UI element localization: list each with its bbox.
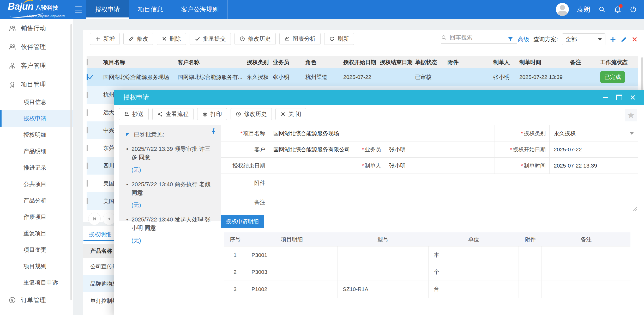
notification-bell-icon[interactable] xyxy=(614,5,622,13)
sidebar-item-duplicate-project[interactable]: 重复项目 xyxy=(0,225,73,242)
end-date-field[interactable] xyxy=(269,158,357,174)
column-header[interactable]: 单据状态 xyxy=(415,59,448,66)
column-header[interactable]: 角色 xyxy=(305,59,343,66)
print-button[interactable]: 打印 xyxy=(197,108,227,120)
sidebar-item-product-analysis[interactable]: 产品分析 xyxy=(0,192,73,209)
column-header[interactable]: 附件 xyxy=(448,59,493,66)
edit-button[interactable]: 修改 xyxy=(123,33,153,45)
attachment-field[interactable] xyxy=(269,174,638,192)
menu-icon[interactable] xyxy=(75,6,82,14)
sidebar-item-auth-request[interactable]: 授权申请 xyxy=(0,110,73,127)
sidebar-item-project-change[interactable]: 项目变更 xyxy=(0,242,73,258)
favorite-star-icon[interactable] xyxy=(625,109,637,121)
avatar[interactable] xyxy=(556,3,569,16)
sidebar-item-partner-mgmt[interactable]: 伙伴管理 xyxy=(0,38,73,56)
close-icon[interactable] xyxy=(629,94,636,101)
row-checkbox[interactable] xyxy=(87,145,88,151)
customer-field[interactable]: 国网湖北综合能源服务有限公司 xyxy=(269,141,357,158)
sidebar-item-sales-action[interactable]: 销售行动 xyxy=(0,19,73,38)
add-scheme-icon[interactable] xyxy=(610,36,616,43)
comment-attachment-link[interactable]: (无) xyxy=(131,201,141,209)
prev-page-button[interactable] xyxy=(103,213,115,225)
table-row-selected[interactable]: 国网湖北综合能源服务现场 国网湖北综合能源服务有... 永久授权 张小明 杭州渠… xyxy=(87,68,638,86)
column-header[interactable]: 备注 xyxy=(570,59,600,66)
top-nav-tabs: 授权申请 项目信息 客户公海规则 xyxy=(86,0,228,19)
sidebar-item-duplicate-appeal[interactable]: 重复项目申诉 xyxy=(0,274,73,291)
row-checkbox[interactable] xyxy=(87,198,88,204)
column-header[interactable]: 制单人 xyxy=(493,59,519,66)
column-header[interactable]: 工作流状态 xyxy=(600,59,638,66)
sidebar-item-product-detail[interactable]: 产品明细 xyxy=(0,143,73,159)
sidebar-scrollbar[interactable] xyxy=(70,24,72,300)
batch-submit-button[interactable]: 批量提交 xyxy=(190,33,231,45)
cc-button[interactable]: 抄送 xyxy=(119,108,149,120)
sidebar-item-project-mgmt[interactable]: 项目管理 xyxy=(0,75,73,94)
nav-tab-public-rules[interactable]: 客户公海规则 xyxy=(172,0,228,19)
row-checkbox[interactable] xyxy=(87,127,88,133)
detail-row[interactable]: 3 P1002 SZ10-R1A 台 xyxy=(224,281,630,298)
dialog-close-button[interactable]: 关 闭 xyxy=(275,108,306,120)
partners-icon xyxy=(8,43,16,51)
create-time-field[interactable]: 2025-07-22 13:39 xyxy=(550,158,638,174)
sidebar-item-voided-project[interactable]: 作废项目 xyxy=(0,209,73,225)
filter-funnel-icon[interactable] xyxy=(507,36,514,42)
detail-row[interactable]: 2 P3003 个 xyxy=(224,263,630,281)
row-checkbox[interactable] xyxy=(87,180,88,187)
column-header[interactable]: 授权类别 xyxy=(247,59,273,66)
chart-analysis-button[interactable]: 图表分析 xyxy=(279,33,321,45)
search-input[interactable] xyxy=(449,34,510,41)
tab-auth-request-detail[interactable]: 授权申请明细 xyxy=(221,215,264,228)
nav-tab-auth-request[interactable]: 授权申请 xyxy=(86,0,129,19)
auth-type-select[interactable]: 永久授权 xyxy=(550,125,638,141)
delete-scheme-icon[interactable] xyxy=(631,36,638,42)
creator-field[interactable]: 张小明 xyxy=(385,158,495,174)
sidebar-item-public-project[interactable]: 公共项目 xyxy=(0,176,73,192)
row-checkbox[interactable] xyxy=(87,109,88,116)
column-header[interactable]: 业务员 xyxy=(273,59,305,66)
row-checkbox[interactable] xyxy=(87,92,88,98)
cell-role: 杭州渠道 xyxy=(305,73,343,81)
detail-row[interactable]: 1 P3001 本 xyxy=(224,246,630,264)
sidebar-item-project-info[interactable]: 项目信息 xyxy=(0,94,73,110)
pin-icon[interactable] xyxy=(210,128,217,134)
sidebar-item-auth-detail[interactable]: 授权明细 xyxy=(0,127,73,143)
salesman-field[interactable]: 张小明 xyxy=(385,141,495,158)
power-icon[interactable] xyxy=(629,5,637,13)
column-header[interactable]: 制单时间 xyxy=(519,59,570,66)
remark-field[interactable] xyxy=(269,192,638,212)
collapse-triangle-icon[interactable] xyxy=(126,133,129,137)
comment-attachment-link[interactable]: (无) xyxy=(131,236,141,245)
first-page-icon xyxy=(92,216,97,221)
new-button[interactable]: 新增 xyxy=(90,33,120,45)
resize-handle-icon[interactable] xyxy=(632,206,637,211)
row-checkbox-checked[interactable] xyxy=(87,74,88,80)
column-header[interactable]: 授权开始日期 xyxy=(343,59,380,66)
maximize-icon[interactable] xyxy=(616,94,623,101)
advanced-search-link[interactable]: 高级 xyxy=(518,35,529,43)
comment-attachment-link[interactable]: (无) xyxy=(131,166,141,174)
project-name-field[interactable]: 国网湖北综合能源服务现场 xyxy=(269,125,495,141)
column-header[interactable]: 项目名称 xyxy=(103,59,178,66)
history-button[interactable]: 修改历史 xyxy=(234,33,276,45)
column-header[interactable]: 客户名称 xyxy=(178,59,247,66)
sidebar-item-order-mgmt[interactable]: 订单管理 xyxy=(0,291,73,310)
start-date-field[interactable]: 2025-07-22 xyxy=(550,141,638,158)
sidebar-item-project-rules[interactable]: 项目规则 xyxy=(0,258,73,274)
delete-button[interactable]: 删除 xyxy=(157,33,186,45)
sidebar-item-progress-record[interactable]: 推进记录 xyxy=(0,159,73,176)
row-checkbox[interactable] xyxy=(87,163,88,169)
sidebar-item-customer-mgmt[interactable]: 客户管理 xyxy=(0,56,73,75)
list-scrollbar[interactable] xyxy=(641,57,643,90)
dialog-history-button[interactable]: 修改历史 xyxy=(231,108,272,120)
refresh-button[interactable]: 刷新 xyxy=(324,33,354,45)
query-scheme-select[interactable]: 全部 xyxy=(562,33,605,45)
edit-scheme-icon[interactable] xyxy=(621,36,627,43)
select-all-checkbox[interactable] xyxy=(87,59,88,65)
column-header[interactable]: 授权结束日期 xyxy=(380,59,415,66)
first-page-button[interactable] xyxy=(88,213,101,225)
tab-auth-detail[interactable]: 授权明细 xyxy=(85,229,116,240)
search-icon[interactable] xyxy=(598,5,606,13)
minimize-icon[interactable] xyxy=(602,94,609,101)
nav-tab-project-info[interactable]: 项目信息 xyxy=(129,0,172,19)
view-flow-button[interactable]: 查看流程 xyxy=(152,108,194,120)
